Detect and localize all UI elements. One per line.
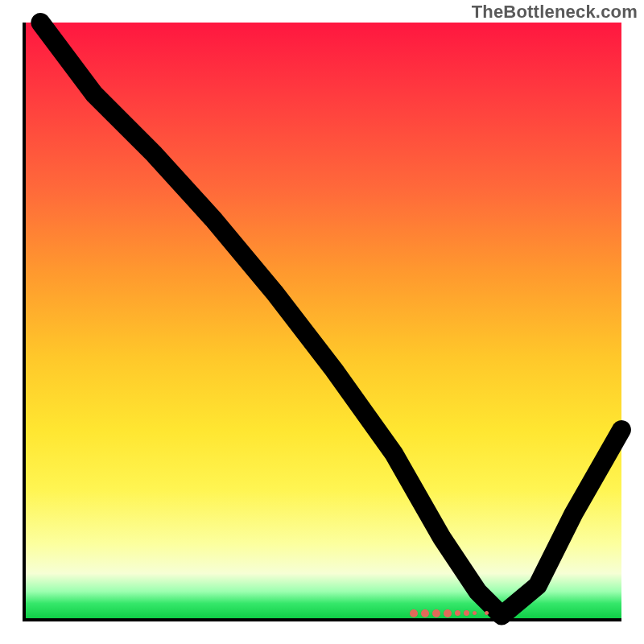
marker-dot	[444, 609, 452, 617]
plot-area	[23, 23, 621, 621]
bottleneck-curve	[23, 23, 621, 621]
marker-dot	[455, 610, 460, 616]
marker-dot	[421, 609, 429, 617]
marker-dot	[485, 611, 489, 615]
marker-dot	[464, 610, 469, 616]
attribution-text: TheBottleneck.com	[472, 2, 638, 23]
curve-path	[40, 23, 621, 616]
optimum-marker	[410, 608, 489, 619]
marker-dot	[473, 611, 477, 615]
marker-dot	[410, 609, 418, 617]
marker-dot	[432, 609, 440, 617]
